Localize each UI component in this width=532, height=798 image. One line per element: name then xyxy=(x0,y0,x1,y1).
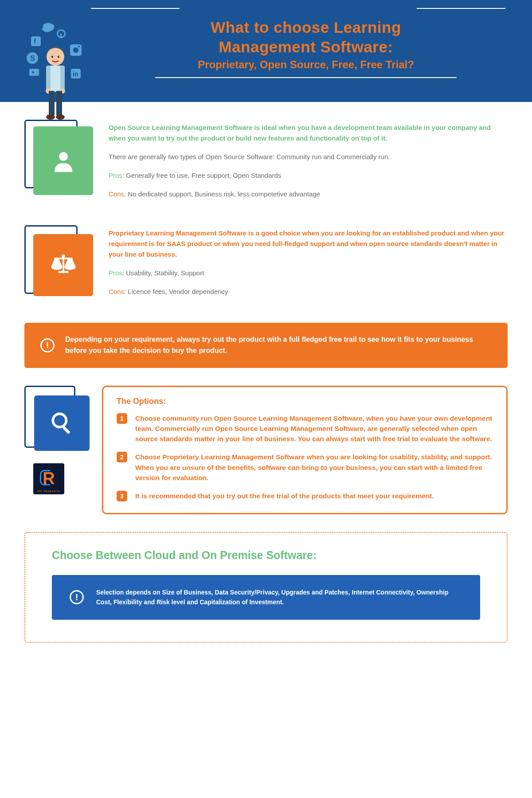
option-item: 1 Choose community run Open Source Learn… xyxy=(117,413,493,444)
svg-rect-28 xyxy=(62,426,70,434)
person-icon xyxy=(33,126,93,195)
scales-icon xyxy=(33,234,93,296)
option-number: 2 xyxy=(117,452,127,462)
pat-research-logo: R PAT RESEARCH xyxy=(33,463,64,494)
svg-rect-15 xyxy=(60,66,65,90)
svg-rect-5 xyxy=(60,34,62,38)
svg-rect-18 xyxy=(49,91,55,115)
svg-point-25 xyxy=(62,254,65,258)
proprietary-intro: Proprietary Learning Management Software… xyxy=(109,228,508,260)
option-text: Choose Proprietary Learning Management S… xyxy=(135,452,493,483)
svg-rect-26 xyxy=(58,271,68,273)
svg-rect-19 xyxy=(56,91,62,115)
svg-point-22 xyxy=(59,152,68,161)
proprietary-pros: Pros: Usability, Stability, Support xyxy=(109,268,508,278)
free-trial-banner: ! Depending on your requirement, always … xyxy=(24,323,508,368)
cloud-banner: ! Selection depends on Size of Business,… xyxy=(52,575,480,620)
search-icon xyxy=(34,395,90,451)
option-item: 2 Choose Proprietary Learning Management… xyxy=(117,452,493,483)
option-number: 3 xyxy=(117,491,127,501)
twitter-icon xyxy=(42,23,54,32)
option-item: 3 It is recommended that you try out the… xyxy=(117,491,493,501)
svg-rect-0 xyxy=(31,36,41,46)
header-decor-lines xyxy=(91,8,505,9)
svg-rect-14 xyxy=(46,66,51,90)
cloud-onprem-section: Choose Between Cloud and On Premise Soft… xyxy=(24,532,508,643)
svg-text:in: in xyxy=(73,70,78,78)
svg-point-27 xyxy=(53,414,66,427)
alert-icon: ! xyxy=(70,590,84,604)
svg-point-9 xyxy=(47,48,64,66)
open-source-types: There are generally two types of Open So… xyxy=(109,152,508,162)
page-subtitle: Proprietary, Open Source, Free, Free Tri… xyxy=(106,59,505,71)
page-title-line2: Management Software: xyxy=(106,37,505,57)
svg-point-11 xyxy=(58,56,59,58)
page-title-line1: What to choose Learning xyxy=(106,18,505,37)
header: f S in What to choose Learning Managemen… xyxy=(0,0,532,102)
avatar-illustration: f S in xyxy=(27,18,98,122)
header-underline xyxy=(155,77,457,78)
section-proprietary: Proprietary Learning Management Software… xyxy=(24,225,508,305)
svg-rect-13 xyxy=(50,66,61,91)
open-source-pros: Pros: Generally free to use, Free suppor… xyxy=(109,170,508,181)
open-source-intro: Open Source Learning Management Software… xyxy=(109,122,508,144)
svg-text:S: S xyxy=(30,54,35,63)
cloud-title: Choose Between Cloud and On Premise Soft… xyxy=(52,549,480,562)
cloud-text: Selection depends on Size of Business, D… xyxy=(96,587,462,607)
svg-point-21 xyxy=(56,114,65,120)
open-source-cons: Cons: No dedicated support, Business ris… xyxy=(109,189,508,200)
svg-point-20 xyxy=(46,114,55,120)
free-trial-text: Depending on your requirement, always tr… xyxy=(65,334,492,356)
options-title: The Options: xyxy=(117,397,493,406)
option-text: It is recommended that you try out the f… xyxy=(135,491,434,501)
svg-point-7 xyxy=(78,46,80,47)
alert-icon: ! xyxy=(40,338,55,352)
options-box: The Options: 1 Choose community run Open… xyxy=(102,386,508,515)
option-text: Choose community run Open Source Learnin… xyxy=(135,413,493,444)
proprietary-cons: Cons: Licence fees, Vendor dependency xyxy=(109,286,508,297)
svg-point-6 xyxy=(73,47,78,53)
section-open-source: Open Source Learning Management Software… xyxy=(24,120,508,207)
option-number: 1 xyxy=(117,413,127,424)
svg-point-10 xyxy=(51,56,53,58)
